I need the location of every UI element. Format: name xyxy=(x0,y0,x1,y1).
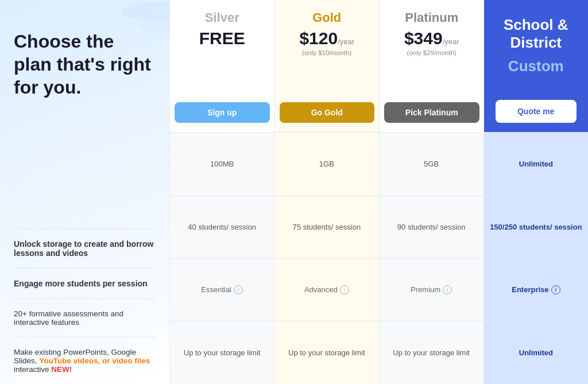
powerpoint-gold-cell: Up to your storage limit xyxy=(274,321,378,384)
essential-info-icon[interactable]: i xyxy=(234,285,243,294)
school-quote-button[interactable]: Quote me xyxy=(496,100,577,123)
school-custom-label: Custom xyxy=(508,57,564,75)
svg-point-1 xyxy=(138,19,169,33)
students-gold-cell: 75 students/ session xyxy=(274,196,378,258)
left-panel-inner: Choose the plan that's right for you. Un… xyxy=(0,0,169,384)
storage-platinum-cell: 5GB xyxy=(379,133,483,195)
plan-col-platinum: Platinum $349/year (only $29/month) Pick… xyxy=(379,0,484,132)
plan-col-silver: Silver FREE Sign up xyxy=(169,0,274,132)
feature-rows: Unlock storage to create and borrow less… xyxy=(14,228,156,384)
feature-row-powerpoint: Up to your storage limit Up to your stor… xyxy=(169,321,588,384)
silver-plan-price: FREE xyxy=(199,29,245,48)
assessments-gold-cell: Advanced i xyxy=(274,259,378,321)
gold-signup-button[interactable]: Go Gold xyxy=(280,102,375,123)
svg-point-0 xyxy=(121,1,169,22)
feature-assessments-label: 20+ formative assessments and interactiv… xyxy=(14,298,156,337)
feature-powerpoint-label: Make existing PowerPoints, Google Slides… xyxy=(14,337,156,384)
feature-students-label: Engage more students per session xyxy=(14,268,156,298)
school-header-inner: School & District Custom Quote me xyxy=(489,10,584,123)
page-wrapper: Choose the plan that's right for you. Un… xyxy=(0,0,588,384)
assessments-silver-cell: Essential i xyxy=(169,259,274,321)
decorative-waves xyxy=(98,0,169,57)
school-plan-name: School & District xyxy=(489,16,584,52)
storage-school-cell: Unlimited xyxy=(483,133,588,195)
feature-row-storage: 100MB 1GB 5GB Unlimited xyxy=(169,132,588,195)
plan-col-school: School & District Custom Quote me xyxy=(484,0,589,132)
advanced-info-icon[interactable]: i xyxy=(340,285,349,294)
students-school-cell: 150/250 students/ session xyxy=(483,196,588,258)
platinum-plan-name: Platinum xyxy=(405,10,458,25)
platinum-price-note: (only $29/month) xyxy=(407,49,457,56)
storage-gold-cell: 1GB xyxy=(274,133,378,195)
powerpoint-school-cell: Unlimited xyxy=(483,321,588,384)
feature-storage-label: Unlock storage to create and borrow less… xyxy=(14,228,156,268)
plan-headers: Silver FREE Sign up Gold $120/year (only… xyxy=(169,0,588,132)
svg-point-2 xyxy=(141,32,169,43)
gold-price-note: (only $10/month) xyxy=(302,49,351,56)
pricing-area: Silver FREE Sign up Gold $120/year (only… xyxy=(169,0,588,384)
gold-plan-price: $120/year xyxy=(299,29,354,48)
platinum-signup-button[interactable]: Pick Platinum xyxy=(384,102,479,123)
silver-plan-name: Silver xyxy=(205,10,239,25)
platinum-plan-price: $349/year xyxy=(404,29,459,48)
storage-silver-cell: 100MB xyxy=(169,133,274,195)
powerpoint-silver-cell: Up to your storage limit xyxy=(169,321,274,384)
plan-col-gold: Gold $120/year (only $10/month) Go Gold xyxy=(274,0,380,132)
silver-signup-button[interactable]: Sign up xyxy=(175,102,270,123)
premium-info-icon[interactable]: i xyxy=(443,285,452,294)
enterprise-info-icon[interactable]: i xyxy=(551,285,560,294)
feature-row-students: 40 students/ session 75 students/ sessio… xyxy=(169,195,588,258)
students-platinum-cell: 90 students/ session xyxy=(379,196,483,258)
assessments-school-cell: Enterprise i xyxy=(483,259,588,321)
feature-row-assessments: Essential i Advanced i Premium i xyxy=(169,258,588,321)
students-silver-cell: 40 students/ session xyxy=(169,196,274,258)
gold-plan-name: Gold xyxy=(312,10,341,25)
left-panel: Choose the plan that's right for you. Un… xyxy=(0,0,169,384)
assessments-platinum-cell: Premium i xyxy=(379,259,483,321)
powerpoint-platinum-cell: Up to your storage limit xyxy=(379,321,483,384)
feature-table: 100MB 1GB 5GB Unlimited 40 students/ ses… xyxy=(169,132,588,384)
